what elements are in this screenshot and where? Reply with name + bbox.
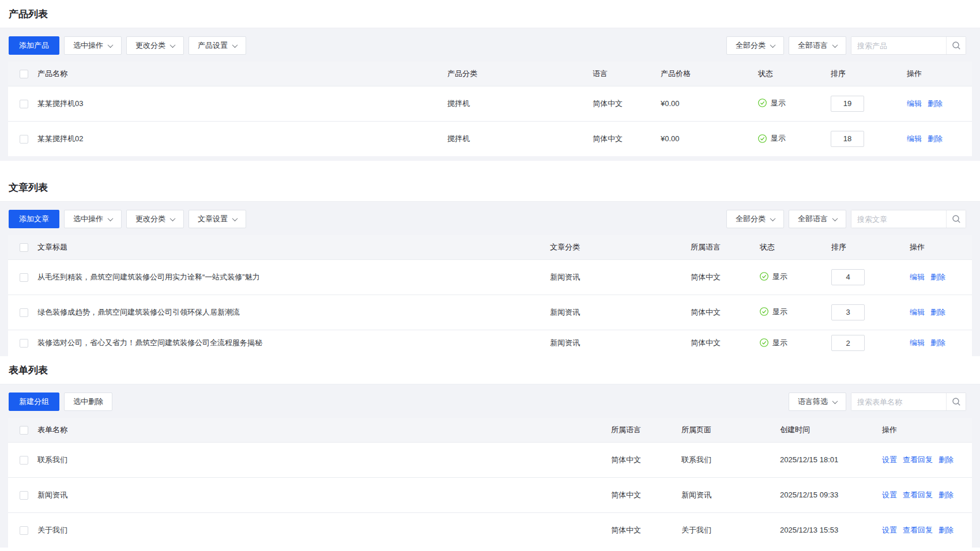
sort-order-input[interactable]: [831, 269, 865, 285]
chevron-down-icon: [770, 216, 776, 221]
sort-order-input[interactable]: [831, 335, 865, 351]
article-language-filter-dropdown[interactable]: 全部语言: [789, 210, 846, 228]
delete-link[interactable]: 删除: [928, 99, 943, 108]
settings-link[interactable]: 设置: [882, 455, 897, 464]
edit-link[interactable]: 编辑: [907, 134, 922, 143]
table-row: 某某搅拌机02 搅拌机 简体中文 ¥0.00 显示 编辑删除: [8, 121, 972, 156]
status-badge: 显示: [760, 307, 787, 317]
status-badge: 显示: [758, 133, 786, 144]
check-circle-icon: [760, 338, 768, 347]
row-checkbox[interactable]: [20, 100, 28, 108]
view-replies-link[interactable]: 查看回复: [903, 490, 933, 499]
table-row: 从毛坯到精装，鼎筑空间建筑装修公司用实力诠释“一站式装修”魅力 新闻资讯 简体中…: [8, 259, 972, 295]
product-settings-dropdown[interactable]: 产品设置: [189, 36, 246, 55]
chevron-down-icon: [832, 398, 838, 404]
sort-order-input[interactable]: [831, 96, 864, 112]
search-icon[interactable]: [946, 393, 966, 410]
form-language: 简体中文: [611, 512, 681, 548]
edit-link[interactable]: 编辑: [910, 338, 925, 347]
form-created-time: 2025/12/15 18:01: [780, 442, 882, 477]
edit-link[interactable]: 编辑: [910, 273, 925, 281]
row-checkbox[interactable]: [20, 526, 28, 535]
chevron-down-icon: [170, 42, 176, 48]
form-page: 新闻资讯: [681, 477, 780, 512]
delete-link[interactable]: 删除: [928, 134, 943, 143]
delete-link[interactable]: 删除: [938, 455, 953, 464]
article-search-input[interactable]: [851, 210, 946, 228]
table-row: 某某搅拌机03 搅拌机 简体中文 ¥0.00 显示 编辑删除: [8, 86, 972, 121]
products-header-row: 产品名称 产品分类 语言 产品价格 状态 排序 操作: [8, 62, 972, 86]
forms-header-row: 表单名称 所属语言 所属页面 创建时间 操作: [8, 418, 972, 442]
product-language: 简体中文: [593, 121, 661, 156]
form-name: 联系我们: [36, 442, 611, 477]
product-category-filter-dropdown[interactable]: 全部分类: [726, 36, 784, 55]
article-title: 装修选对公司，省心又省力！鼎筑空间建筑装修公司全流程服务揭秘: [36, 330, 550, 356]
articles-table-card: 文章标题 文章分类 所属语言 状态 排序 操作 从毛坯到精装，鼎筑空间建筑装修公…: [8, 235, 972, 356]
view-replies-link[interactable]: 查看回复: [903, 526, 933, 534]
delete-selected-button[interactable]: 选中删除: [64, 393, 112, 411]
article-settings-dropdown[interactable]: 文章设置: [189, 210, 246, 228]
view-replies-link[interactable]: 查看回复: [903, 455, 933, 464]
row-checkbox[interactable]: [20, 491, 28, 500]
row-checkbox[interactable]: [20, 135, 28, 144]
product-search-input[interactable]: [851, 37, 946, 54]
chevron-down-icon: [832, 42, 838, 48]
column-header: 操作: [882, 418, 972, 442]
column-header: 文章分类: [550, 235, 691, 259]
add-article-button[interactable]: 添加文章: [9, 210, 59, 228]
product-name: 某某搅拌机02: [36, 121, 447, 156]
article-category: 新闻资讯: [550, 259, 691, 295]
product-bulk-action-dropdown[interactable]: 选中操作: [64, 36, 122, 55]
form-language-filter-dropdown[interactable]: 语言筛选: [789, 393, 846, 411]
article-category-filter-dropdown[interactable]: 全部分类: [726, 210, 784, 228]
products-section-title: 产品列表: [0, 0, 980, 28]
settings-link[interactable]: 设置: [882, 490, 897, 499]
check-circle-icon: [760, 307, 768, 316]
row-checkbox[interactable]: [20, 456, 28, 465]
delete-link[interactable]: 删除: [930, 338, 945, 347]
new-group-button[interactable]: 新建分组: [9, 393, 59, 411]
form-search-input[interactable]: [851, 393, 946, 410]
row-checkbox[interactable]: [20, 308, 28, 317]
column-header: 表单名称: [36, 418, 611, 442]
form-name: 关于我们: [36, 512, 611, 548]
edit-link[interactable]: 编辑: [910, 308, 925, 316]
delete-link[interactable]: 删除: [930, 308, 945, 316]
forms-section-title: 表单列表: [0, 356, 980, 384]
column-header: 操作: [907, 62, 972, 86]
form-searchbox: [851, 393, 966, 411]
chevron-down-icon: [108, 42, 114, 48]
product-price: ¥0.00: [661, 121, 758, 156]
table-row: 新闻资讯 简体中文 新闻资讯 2025/12/15 09:33 设置查看回复删除: [8, 477, 972, 512]
sort-order-input[interactable]: [831, 304, 865, 320]
forms-toolbar: 新建分组 选中删除 语言筛选: [0, 393, 980, 411]
article-change-category-dropdown[interactable]: 更改分类: [126, 210, 184, 228]
row-checkbox[interactable]: [20, 273, 28, 282]
form-language: 简体中文: [611, 477, 681, 512]
article-language: 简体中文: [691, 330, 760, 356]
search-icon[interactable]: [946, 37, 966, 54]
column-header: 操作: [910, 235, 972, 259]
search-icon[interactable]: [946, 210, 966, 228]
products-panel: 添加产品 选中操作 更改分类 产品设置 全部分类 全部语言 产品名称 产品分: [0, 28, 980, 161]
chevron-down-icon: [232, 216, 238, 221]
column-header: 所属语言: [691, 235, 760, 259]
table-row: 关于我们 简体中文 关于我们 2025/12/13 15:53 设置查看回复删除: [8, 512, 972, 548]
select-all-forms-checkbox[interactable]: [20, 426, 28, 435]
select-all-articles-checkbox[interactable]: [20, 243, 28, 252]
article-bulk-action-dropdown[interactable]: 选中操作: [64, 210, 122, 228]
settings-link[interactable]: 设置: [882, 526, 897, 534]
add-product-button[interactable]: 添加产品: [9, 36, 59, 55]
column-header: 排序: [831, 235, 910, 259]
product-change-category-dropdown[interactable]: 更改分类: [126, 36, 184, 55]
product-language-filter-dropdown[interactable]: 全部语言: [789, 36, 846, 55]
delete-link[interactable]: 删除: [938, 526, 953, 534]
articles-section-title: 文章列表: [0, 173, 980, 202]
delete-link[interactable]: 删除: [930, 273, 945, 281]
article-title: 从毛坯到精装，鼎筑空间建筑装修公司用实力诠释“一站式装修”魅力: [36, 259, 550, 295]
delete-link[interactable]: 删除: [938, 490, 953, 499]
edit-link[interactable]: 编辑: [907, 99, 922, 108]
select-all-products-checkbox[interactable]: [20, 70, 28, 78]
sort-order-input[interactable]: [831, 131, 864, 147]
row-checkbox[interactable]: [20, 339, 28, 348]
